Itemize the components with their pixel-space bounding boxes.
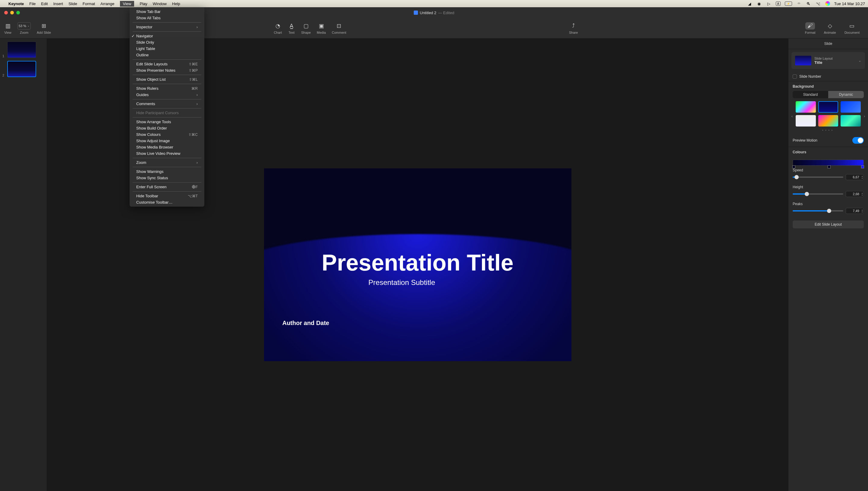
menu-item[interactable]: Show Presenter Notes⇧⌘P (130, 67, 204, 74)
shape-button[interactable]: ▢Shape (301, 22, 311, 34)
gradient-handle-3[interactable] (861, 165, 864, 168)
menu-item[interactable]: Show All Tabs (130, 15, 204, 21)
bg-swatch-5[interactable] (818, 115, 838, 126)
menu-item[interactable]: Show Colours⇧⌘C (130, 131, 204, 138)
edit-slide-layout-button[interactable]: Edit Slide Layout (793, 221, 864, 228)
animate-tab[interactable]: ◇Animate (820, 22, 840, 34)
app-name[interactable]: Keynote (8, 1, 24, 6)
text-button[interactable]: A̲Text (288, 22, 295, 34)
menu-item[interactable]: Inspector› (130, 24, 204, 30)
preview-motion-toggle[interactable] (852, 137, 864, 144)
slide-title[interactable]: Presentation Title (321, 250, 513, 276)
menu-view[interactable]: View (120, 1, 134, 7)
menu-item[interactable]: Enter Full Screen🌐︎F (130, 184, 204, 190)
chart-button[interactable]: ◔Chart (274, 22, 282, 34)
background-segment[interactable]: Standard Dynamic (793, 91, 864, 98)
zoom-button[interactable]: 53 %⌄ Zoom (18, 22, 31, 34)
menu-slide[interactable]: Slide (68, 1, 77, 6)
animate-label: Animate (824, 31, 836, 34)
inspector-tab-slide[interactable]: Slide (788, 38, 868, 49)
slide-number-checkbox[interactable] (793, 75, 797, 79)
document-title[interactable]: Untitled 2 (420, 10, 437, 15)
menu-item[interactable]: Show Arrange Tools (130, 119, 204, 125)
wifi-icon[interactable]: ⌔ (796, 1, 802, 6)
menu-format[interactable]: Format (83, 1, 95, 6)
view-label: View (4, 31, 11, 34)
menu-item[interactable]: Slide Only (130, 39, 204, 46)
media-button[interactable]: ▣Media (317, 22, 326, 34)
menu-help[interactable]: Help (172, 1, 180, 6)
menu-item[interactable]: Light Table (130, 46, 204, 52)
swatch-prev-button[interactable]: ‹ (791, 114, 793, 118)
menu-item[interactable]: Hide Toolbar⌥⌘T (130, 193, 204, 199)
bg-swatch-6[interactable] (841, 115, 861, 126)
document-tab[interactable]: ▭Document (840, 22, 864, 34)
add-slide-button[interactable]: ⊞ Add Slide (37, 22, 51, 34)
menu-arrange[interactable]: Arrange (101, 1, 114, 6)
slide-thumb-1[interactable]: 1 (2, 41, 44, 58)
zoom-window-button[interactable] (16, 11, 20, 15)
menu-insert[interactable]: Insert (53, 1, 63, 6)
bg-swatch-3[interactable] (841, 101, 861, 113)
speed-slider[interactable] (793, 176, 843, 178)
slide-thumb-2[interactable]: 2 (2, 61, 44, 77)
spotlight-icon[interactable]: 🔍︎ (806, 1, 811, 6)
peaks-value[interactable]: 7,49▴▾ (846, 208, 864, 214)
clock[interactable]: Tue 14 Mar 10.27 (834, 1, 865, 6)
bg-swatch-1[interactable] (796, 101, 816, 113)
menu-item[interactable]: Comments› (130, 100, 204, 107)
swatch-next-button[interactable]: › (864, 114, 865, 118)
menu-item[interactable]: ✓Navigator (130, 33, 204, 39)
media-label: Media (317, 31, 326, 34)
menu-item[interactable]: Outline (130, 52, 204, 58)
slide-number-row[interactable]: Slide Number (788, 72, 868, 81)
status-play-icon[interactable]: ▷ (766, 1, 772, 6)
colours-gradient[interactable] (793, 160, 864, 166)
menu-item[interactable]: Show Object List⇧⌘L (130, 76, 204, 83)
menu-item[interactable]: Show Rulers⌘R (130, 85, 204, 92)
menu-item[interactable]: Customise Toolbar… (130, 199, 204, 205)
control-center-icon[interactable]: ⌥ (816, 1, 821, 6)
chart-icon: ◔ (274, 22, 281, 30)
slide-layout-row[interactable]: Slide Layout Title ⌄ (791, 52, 865, 69)
shape-label: Shape (301, 31, 311, 34)
gradient-handle-2[interactable] (828, 165, 831, 168)
menu-item[interactable]: Show Media Browser (130, 144, 204, 150)
view-button[interactable]: ▥ View (4, 22, 11, 34)
menu-file[interactable]: File (29, 1, 35, 6)
menu-item[interactable]: Edit Slide Layouts⇧⌘E (130, 61, 204, 67)
menu-item[interactable]: Zoom› (130, 160, 204, 166)
status-app-icon[interactable]: ◢ (747, 1, 752, 6)
comment-button[interactable]: ⊡Comment (332, 22, 346, 34)
peaks-slider[interactable] (793, 210, 843, 211)
background-label: Background (793, 84, 864, 89)
format-tab[interactable]: 🖌Format (801, 22, 820, 34)
slide-subtitle[interactable]: Presentation Subtitle (368, 278, 435, 287)
menu-item[interactable]: Show Live Video Preview (130, 150, 204, 156)
menu-item[interactable]: Show Sync Status (130, 175, 204, 181)
status-input-icon[interactable]: A (776, 1, 781, 6)
siri-icon[interactable] (825, 1, 830, 6)
height-slider[interactable] (793, 193, 843, 195)
menu-item[interactable]: Show Adjust Image (130, 138, 204, 144)
minimize-window-button[interactable] (10, 11, 14, 15)
gradient-handle-1[interactable] (792, 165, 795, 168)
menu-item[interactable]: Guides› (130, 92, 204, 98)
speed-value[interactable]: 6,67▴▾ (846, 174, 864, 180)
menu-item[interactable]: Show Tab Bar (130, 8, 204, 15)
bg-swatch-4[interactable] (796, 115, 816, 126)
menu-play[interactable]: Play (140, 1, 147, 6)
share-button[interactable]: ⤴Share (569, 22, 578, 34)
menu-item[interactable]: Show Build Order (130, 125, 204, 131)
close-window-button[interactable] (4, 11, 8, 15)
menu-item[interactable]: Show Warnings (130, 168, 204, 175)
bg-swatch-2[interactable] (818, 101, 838, 113)
battery-icon[interactable]: ⚡ (785, 1, 792, 6)
slide-author[interactable]: Author and Date (282, 320, 329, 326)
menu-edit[interactable]: Edit (41, 1, 48, 6)
standard-tab[interactable]: Standard (793, 91, 828, 98)
height-value[interactable]: 2,68▴▾ (846, 191, 864, 197)
status-record-icon[interactable]: ◉ (756, 1, 762, 6)
dynamic-tab[interactable]: Dynamic (828, 91, 864, 98)
menu-window[interactable]: Window (153, 1, 167, 6)
